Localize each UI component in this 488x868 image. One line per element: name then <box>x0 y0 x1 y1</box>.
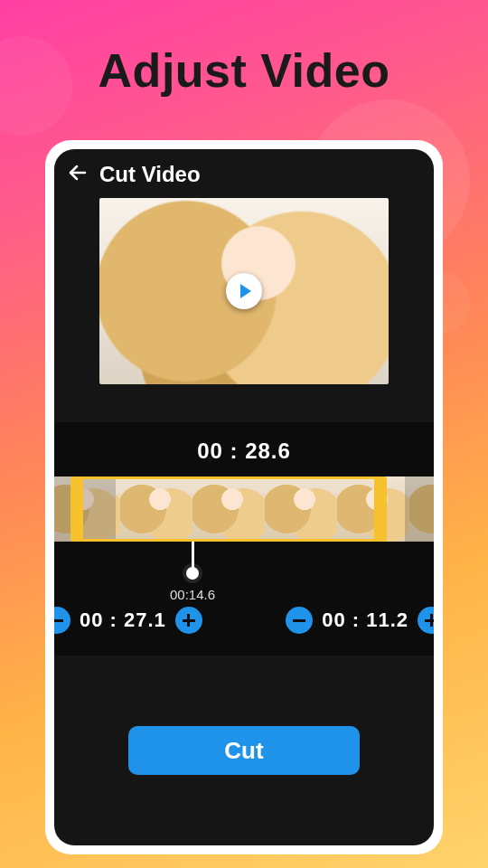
plus-icon <box>425 614 434 627</box>
page-title: Adjust Video <box>0 0 488 98</box>
start-time-decrease-button[interactable] <box>54 607 70 634</box>
timeline-thumb <box>260 476 333 542</box>
start-time-increase-button[interactable] <box>175 607 202 634</box>
timeline-thumb <box>54 476 116 542</box>
total-duration: 00 : 28.6 <box>54 439 434 464</box>
start-time: 00 : 27.1 <box>80 609 166 632</box>
minus-icon <box>54 619 63 622</box>
minus-icon <box>293 619 305 622</box>
app-bar-title: Cut Video <box>99 162 201 187</box>
play-icon <box>240 284 251 298</box>
timeline-thumb <box>116 476 188 542</box>
trim-panel: 00 : 28.6 00:14.6 <box>54 422 434 656</box>
timeline-thumb <box>188 476 260 542</box>
end-time: 00 : 11.2 <box>322 609 408 632</box>
playhead-time: 00:14.6 <box>170 587 215 602</box>
end-time-increase-button[interactable] <box>418 607 434 634</box>
plus-icon <box>183 614 195 627</box>
phone-mockup: Cut Video 00 : 28.6 <box>45 140 443 854</box>
end-time-decrease-button[interactable] <box>286 607 313 634</box>
timeline-thumb <box>333 476 405 542</box>
timeline[interactable]: 00:14.6 <box>54 476 434 542</box>
video-preview <box>99 198 389 384</box>
play-button[interactable] <box>226 273 262 309</box>
cut-button[interactable]: Cut <box>128 726 360 775</box>
playhead[interactable]: 00:14.6 <box>170 542 215 602</box>
timeline-thumb <box>405 476 434 542</box>
back-arrow-icon[interactable] <box>67 162 89 187</box>
